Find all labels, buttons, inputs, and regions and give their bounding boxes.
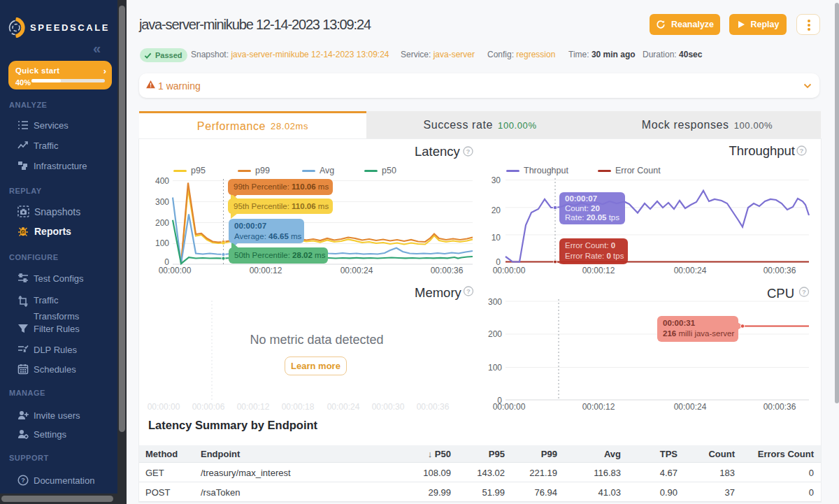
svg-text:?: ? [466,287,471,295]
svg-text:?: ? [800,147,804,154]
svg-text:?: ? [802,288,806,296]
svg-text:?: ? [466,147,471,155]
